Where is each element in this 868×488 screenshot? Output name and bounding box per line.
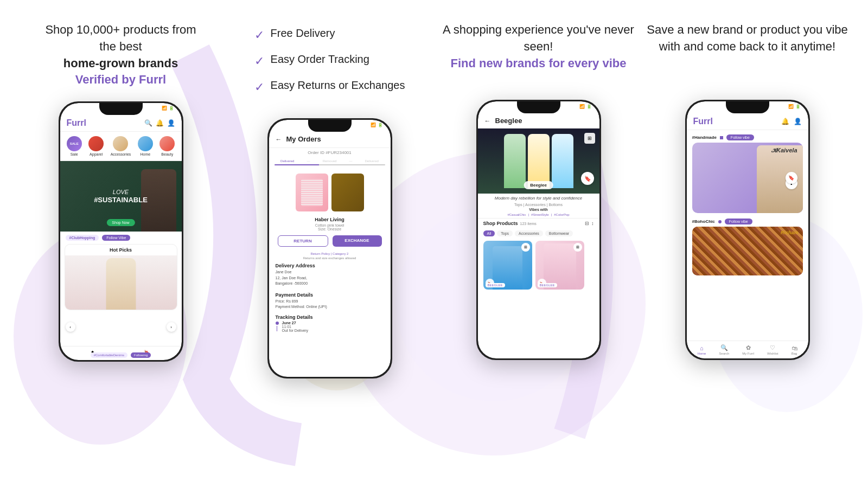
profile-icon-4[interactable]: 👤 [794,118,802,125]
vibe-tag-1[interactable]: #CasualChic [507,213,526,216]
phone-3-notch [517,101,560,113]
cat-apparel[interactable]: Apparel [88,136,104,156]
filter-tabs: All Tops Accessories Bottomwear [478,228,599,239]
hotpicks-title: Hot Picks [65,245,177,255]
status-arrow2: — [349,159,352,163]
bottom-tag: #ComfortableDenims [91,352,127,358]
exchange-btn[interactable]: EXCHANGE [333,235,382,247]
order-id: Order ID #FUR234001 [269,148,391,157]
search-icon[interactable]: 🔍 [144,119,152,127]
cat-beauty[interactable]: Beauty [159,136,175,156]
tab-tops[interactable]: Tops [497,230,513,236]
column-1: Shop 10,000+ products from the best home… [16,22,225,477]
order-product-images [269,169,391,216]
col3-heading: A shopping experience you've never seen!… [434,22,643,87]
phone-2-screen: 9:41 📶 🔋 ← My Orders Order ID #FUR234001… [269,120,391,377]
nav-bag[interactable]: 🛍 Bag [792,345,797,355]
shop-now-btn[interactable]: Shop Now [106,219,135,226]
phone-1-logo: Furrl [67,118,86,128]
filter-icon[interactable]: ⊟ [585,221,589,226]
vibe-tag[interactable]: #ClubHopping [66,235,99,241]
cat-home-label: Home [140,152,150,156]
cat-beauty-label: Beauty [161,152,173,156]
profile-icon[interactable]: 👤 [167,119,175,127]
phone-1-notch [99,103,143,115]
nav-search[interactable]: 🔍 Search [719,344,729,355]
brand-1-logo: 𝒦 [771,147,776,153]
col1-text-line2: the best [99,40,142,53]
save-bookmark-btn[interactable]: 🔖 [581,172,594,185]
cat-accessories[interactable]: Accessories [111,136,131,156]
phone-1: 9:41 📶 🔋 Furrl 🔍 🔔 👤 [59,101,183,362]
save-icon-4[interactable]: 🔖 [786,172,797,184]
bag-nav-icon: 🛍 [792,345,797,351]
col1-text-line1: Shop 10,000+ products from [45,23,196,36]
brand-2-logo-text: Risham [781,230,799,235]
my-orders-title: My Orders [286,135,321,143]
tab-all[interactable]: All [483,230,495,236]
nav-wishlist[interactable]: ♡ Wishlist [767,344,778,355]
battery-icon-2: 🔋 [378,123,383,127]
bell-icon[interactable]: 🔔 [156,119,164,127]
main-content: Shop 10,000+ products from the best home… [0,0,868,488]
delivery-title: Delivery Address [276,263,384,268]
back-arrow-3[interactable]: ← [484,117,491,125]
track-line [277,326,277,331]
cat-apparel-icon [88,136,104,151]
product-size: Size: Onesize [269,227,391,231]
phone-1-footer-tags: #ComfortableDenims Following [60,352,182,358]
vibe-tag-2[interactable]: #StreetStyle [531,213,549,216]
cat-acc-icon [113,136,128,151]
lte-icon-4: LTE [780,105,786,108]
nav-home[interactable]: ⌂ Home [697,345,706,355]
wifi-icon-2: 📶 [371,123,376,127]
order-action-buttons: RETURN EXCHANGE [269,231,391,251]
wishlist-nav-label: Wishlist [767,352,778,355]
following-btn[interactable]: Following [131,352,151,358]
sort-icon[interactable]: ↕ [591,221,594,226]
phone-4-vibe1-section: #Handmade Follow vibe [687,130,808,143]
brand-logo-overlay: Beeglee [524,181,553,189]
back-arrow[interactable]: ← [276,136,282,143]
grid-icon[interactable]: ⊞ [584,133,595,144]
column-4: Save a new brand or product you vibe wit… [643,22,852,477]
feature-3-text: Easy Returns or Exchanges [271,79,405,92]
nav-myfurrl[interactable]: ✿ My Furrl [742,344,754,355]
brand-name-header: Beeglee [495,117,522,125]
phone-4-vibe2-section: #BohoChic Follow vibe [687,216,808,227]
product-save-1[interactable]: ⊞ [521,243,530,252]
cat-apparel-label: Apparel [90,152,103,156]
wifi-icon: 📶 [162,106,167,111]
follow-vibe2-btn[interactable]: Follow vibe [725,219,752,224]
delivery-section: Delivery Address Jane Doe 12, Jan Doe Ro… [269,260,391,289]
bell-icon-4[interactable]: 🔔 [781,118,789,125]
feature-1: ✓ Free Delivery [254,27,405,42]
return-btn[interactable]: RETURN [278,235,328,247]
track-dot-1 [276,322,279,325]
products-grid: ⊞ 🔖 BEEGLEE ⊞ 🔖 BEEGLEE [478,239,599,292]
phone-1-header-icons: 🔍 🔔 👤 [144,119,175,127]
phone-1-banner: LOVE #SUSTAINABLE Shop Now [60,161,182,232]
phone-4-notch [726,101,769,113]
track-date: June 27 [282,321,309,325]
status-delivered: Delivered [280,159,294,163]
follow-vibe-btn[interactable]: Follow Vibe [102,235,130,241]
status-progress-bar [275,164,385,165]
follow-vibe1-btn[interactable]: Follow vibe [726,134,754,140]
payment-price: Price: Rs 899 [276,299,384,305]
product-card-1[interactable]: ⊞ 🔖 BEEGLEE [483,241,532,290]
features-list: ✓ Free Delivery ✓ Easy Order Tracking ✓ … [254,27,405,105]
product-name: Haber Living [269,216,391,223]
tab-accessories[interactable]: Accessories [515,230,543,236]
prev-arrow[interactable]: ‹ [66,322,75,332]
column-2: ✓ Free Delivery ✓ Easy Order Tracking ✓ … [225,22,434,477]
next-arrow[interactable]: › [167,322,176,332]
brand-hero-image: Beeglee ⊞ [478,129,599,194]
cat-beauty-icon [159,136,175,151]
product-save-2[interactable]: ⊞ [573,243,582,252]
cat-sale[interactable]: SALE Sale [67,136,82,156]
vibe-tag-3[interactable]: #ColorPop [554,213,569,216]
cat-home[interactable]: Home [138,136,153,156]
product-card-2[interactable]: ⊞ 🔖 BEEGLEE [535,241,584,290]
tab-bottomwear[interactable]: Bottomwear [545,230,573,236]
